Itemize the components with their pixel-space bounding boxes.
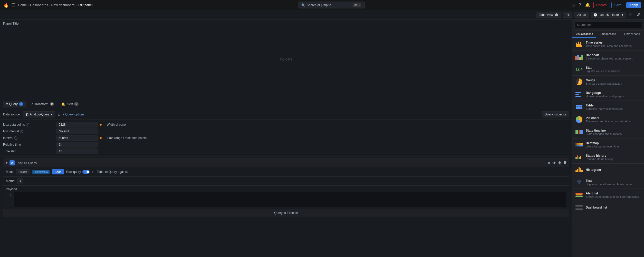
grafana-logo: 🔥 (3, 2, 9, 8)
search-shortcut: ⌘+k (353, 3, 361, 7)
tab-transform[interactable]: ⇄ Transform 0 (27, 101, 57, 107)
viz-item-status-history[interactable]: Status history Periodic status history (572, 151, 644, 164)
viz-item-state-timeline[interactable]: State timeline State changes and duratio… (572, 126, 644, 139)
apply-button[interactable]: Apply (626, 2, 641, 8)
builder-mode-button[interactable]: Builder (16, 169, 30, 174)
viz-item-bar-gauge[interactable]: Bar gauge Horizontal and vertical gauges (572, 88, 644, 101)
no-data-message: No data (280, 57, 292, 61)
viz-item-histogram[interactable]: Histogram (572, 164, 644, 176)
tab-query[interactable]: ≡ Query 1 (3, 101, 26, 107)
pie-icon (575, 115, 583, 124)
query-badge: 1 (19, 102, 24, 106)
nav-center: 🔍 Search or jump to... ⌘+k (298, 2, 365, 8)
actual-button[interactable]: Actual (574, 12, 589, 18)
tab-transform-label: Transform (34, 102, 48, 106)
query-options-panel: Max data points i Width of panel Min int… (0, 120, 572, 156)
tab-suggestions[interactable]: Suggestions (596, 31, 620, 38)
datasource-select[interactable]: ◧ AnyLog-Query ▾ (23, 111, 55, 117)
hamburger-menu[interactable]: ☰ (11, 3, 15, 7)
table-query-hint: ⟵ Table to Query against (92, 170, 128, 174)
delete-query-button[interactable]: 🗑 (558, 161, 562, 165)
viz-desc-text: Supports markdown and html content (586, 183, 641, 186)
clock-icon: 🕐 (593, 13, 597, 17)
notifications-icon[interactable]: 🔔 (584, 2, 591, 8)
hide-query-button[interactable]: 👁 (552, 161, 556, 165)
code-mode-button[interactable]: Code (52, 169, 64, 174)
max-data-points-input[interactable] (56, 122, 98, 127)
viz-item-text[interactable]: T Text Supports markdown and html conten… (572, 176, 644, 189)
zoom-out-button[interactable]: ⊖ (628, 11, 633, 18)
experimental-badge: Experimental (32, 170, 50, 174)
breadcrumb-sep-2: › (49, 3, 50, 7)
viz-item-stat[interactable]: 12.4 Stat Big stat values & sparklines (572, 63, 644, 76)
text-icon: T (575, 178, 583, 186)
viz-desc-time-series: Time based line, area and bar charts (586, 44, 641, 47)
right-panel: Visualizations Suggestions Library pane … (572, 19, 644, 257)
viz-search-input[interactable] (574, 22, 642, 28)
payload-editor: 1 (6, 192, 566, 207)
save-button[interactable]: Save (611, 2, 624, 8)
chevron-down-icon: ▾ (63, 113, 64, 116)
query-options-button[interactable]: ▾ Query options (63, 113, 84, 116)
time-shift-input[interactable] (56, 149, 98, 154)
viz-item-table[interactable]: Table Supports many column styles (572, 101, 644, 113)
tab-visualizations[interactable]: Visualizations (572, 31, 596, 38)
table-view-button[interactable]: Table view (536, 12, 561, 18)
table-view-toggle[interactable] (555, 13, 558, 16)
viz-item-gauge[interactable]: 79 Gauge Standard gauge visualization (572, 76, 644, 88)
transform-icon: ⇄ (31, 102, 33, 106)
viz-name-stat: Stat (586, 66, 641, 70)
datasource-info-button[interactable]: ℹ (57, 111, 61, 117)
tab-alert[interactable]: 🔔 Alert 0 (58, 101, 82, 107)
raw-query-switch[interactable] (82, 170, 90, 174)
viz-item-bar-chart[interactable]: Bar chart Categorical charts with group … (572, 51, 644, 63)
table-icon (575, 103, 583, 111)
min-interval-info[interactable]: i (20, 130, 23, 133)
viz-item-dashboard-list[interactable]: Dashboard list (572, 201, 644, 214)
viz-name-text: Text (586, 179, 641, 183)
breadcrumb-home[interactable]: Home (18, 3, 27, 7)
viz-item-heatmap[interactable]: Heatmap Like a histogram over time (572, 139, 644, 151)
time-range-button[interactable]: 🕐 Last 15 minutes ▾ (591, 12, 626, 18)
breadcrumb: Home › Dashboards › New dashboard › Edit… (18, 3, 93, 7)
relative-time-input[interactable] (56, 142, 98, 147)
alert-icon: 🔔 (61, 102, 65, 106)
max-data-points-info[interactable]: i (26, 123, 29, 126)
collapse-button[interactable]: ▾ (6, 161, 7, 165)
datasource-icon: ◧ (26, 113, 28, 116)
status-hist-icon (575, 153, 583, 161)
breadcrumb-edit-panel: Edit panel (78, 3, 93, 7)
payload-content[interactable] (14, 192, 566, 207)
breadcrumb-new-dashboard[interactable]: New dashboard (51, 3, 74, 7)
breadcrumb-sep-3: › (76, 3, 77, 7)
alertlist-icon (575, 191, 583, 199)
query-icon: ≡ (6, 102, 8, 106)
copy-query-button[interactable]: ⧉ (548, 161, 550, 165)
breadcrumb-dashboards[interactable]: Dashboards (30, 3, 48, 7)
min-interval-input[interactable] (56, 128, 98, 134)
dashlist-icon (575, 203, 583, 212)
drag-query-button[interactable]: ⠿ (564, 161, 566, 165)
query-inspector-button[interactable]: Query inspector (542, 111, 569, 117)
query-letter: A (9, 160, 15, 165)
tab-query-label: Query (9, 102, 18, 106)
refresh-button[interactable]: ↺ (636, 11, 641, 18)
viz-item-alert-list[interactable]: Alert list Shows list of alerts and thei… (572, 189, 644, 201)
metric-select[interactable]: ▾ (17, 178, 23, 184)
datasource-value: AnyLog-Query (30, 113, 50, 116)
plus-icon[interactable]: ⊕ (570, 2, 576, 8)
help-icon[interactable]: ? (578, 2, 582, 8)
viz-desc-stat: Big stat values & sparklines (586, 70, 641, 73)
datasource-label: Data source (3, 113, 20, 116)
interval-input[interactable] (56, 135, 98, 141)
discard-button[interactable]: Discard (593, 2, 610, 8)
viz-item-time-series[interactable]: Time series Time based line, area and ba… (572, 38, 644, 51)
global-search[interactable]: 🔍 Search or jump to... ⌘+k (298, 2, 365, 8)
fill-button[interactable]: Fill (563, 12, 572, 18)
tab-library-pane[interactable]: Library pane (620, 31, 644, 38)
payload-label: Payload (6, 187, 566, 191)
panel-toolbar: Table view Fill Actual 🕐 Last 15 minutes… (0, 10, 644, 19)
viz-name-pie-chart: Pie chart (586, 116, 641, 120)
interval-info[interactable]: i (14, 136, 17, 140)
viz-item-pie-chart[interactable]: Pie chart The new core pie chart visuali… (572, 113, 644, 126)
